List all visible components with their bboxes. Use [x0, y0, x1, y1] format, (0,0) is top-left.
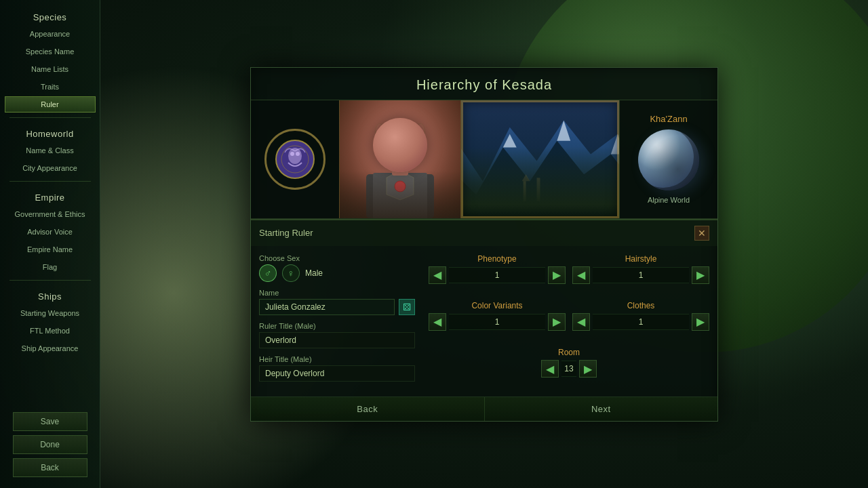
ruler-section: Starting Ruler ✕ Choose Sex ♂ ♀ Male: [251, 219, 717, 421]
hairstyle-next-button[interactable]: ▶: [692, 266, 709, 284]
svg-point-13: [391, 142, 398, 149]
svg-point-11: [388, 141, 401, 150]
sidebar-item-traits[interactable]: Traits: [5, 79, 96, 95]
name-field: Name ⚄: [259, 289, 415, 315]
clothes-label: Clothes: [627, 301, 655, 310]
ruler-left-panel: Choose Sex ♂ ♀ Male Name ⚄: [259, 254, 415, 388]
section-label-species: Species: [33, 12, 67, 22]
hairstyle-value: 1: [593, 267, 689, 283]
sidebar-item-government-ethics[interactable]: Government & Ethics: [5, 206, 96, 222]
sidebar-item-ship-appearance[interactable]: Ship Appearance: [5, 340, 96, 357]
empire-card: Hierarchy of Kesada: [250, 67, 718, 422]
empire-title: Hierarchy of Kesada: [416, 77, 552, 92]
card-footer: Back Next: [251, 396, 717, 421]
room-next-button[interactable]: ▶: [579, 360, 597, 378]
back-button[interactable]: Back: [13, 458, 87, 477]
sidebar-item-flag[interactable]: Flag: [5, 259, 96, 275]
randomize-name-button[interactable]: ⚄: [399, 299, 415, 315]
color-variants-controls: ◀ 1 ▶: [429, 313, 566, 331]
choose-sex-field: Choose Sex ♂ ♀ Male: [259, 254, 415, 282]
svg-point-7: [395, 181, 406, 192]
ruler-face: [340, 100, 460, 218]
sidebar-item-city-appearance[interactable]: City Appearance: [5, 160, 96, 176]
svg-rect-6: [373, 173, 427, 218]
svg-point-19: [397, 134, 403, 140]
sidebar-item-name-lists[interactable]: Name Lists: [5, 61, 96, 77]
color-variants-value: 1: [449, 314, 545, 330]
room-prev-button[interactable]: ◀: [541, 360, 559, 378]
back-footer-button[interactable]: Back: [251, 397, 485, 421]
svg-point-9: [380, 127, 420, 174]
planet-panel: Kha'Zann Alpine World: [619, 100, 717, 218]
sidebar-item-advisor-voice[interactable]: Advisor Voice: [5, 224, 96, 240]
next-footer-button[interactable]: Next: [485, 397, 718, 421]
svg-point-2: [288, 148, 302, 164]
ruler-name-input[interactable]: [259, 299, 395, 315]
phenotype-selector: Phenotype ◀ 1 ▶: [429, 254, 566, 294]
room-value: 13: [561, 361, 576, 377]
color-variants-prev-button[interactable]: ◀: [429, 313, 446, 331]
sidebar-item-name-class[interactable]: Name & Class: [5, 142, 96, 159]
done-button[interactable]: Done: [13, 435, 87, 454]
clothes-selector: Clothes ◀ 1 ▶: [572, 301, 709, 341]
sidebar-item-starting-weapons[interactable]: Starting Weapons: [5, 305, 96, 321]
ruler-portrait-svg: [346, 100, 454, 218]
section-label-ships: Ships: [38, 291, 62, 302]
sidebar-item-ftl-method[interactable]: FTL Method: [5, 323, 96, 339]
room-selector: Room ◀ 13 ▶: [541, 348, 596, 388]
planet-name: Kha'Zann: [650, 114, 687, 124]
ruler-title-field: Ruler Title (Male) Overlord: [259, 322, 415, 348]
section-label-empire: Empire: [35, 192, 64, 203]
selected-sex-label: Male: [305, 268, 323, 278]
phenotype-next-button[interactable]: ▶: [548, 266, 566, 284]
ruler-right-panel: Phenotype ◀ 1 ▶ Hairstyle ◀ 1 ▶: [429, 254, 709, 388]
clothes-next-button[interactable]: ▶: [692, 313, 709, 331]
sidebar-item-species-name[interactable]: Species Name: [5, 43, 96, 60]
phenotype-prev-button[interactable]: ◀: [429, 266, 446, 284]
emblem-svg: [275, 139, 315, 180]
hairstyle-controls: ◀ 1 ▶: [572, 266, 709, 284]
svg-point-12: [399, 141, 412, 150]
room-label: Room: [558, 348, 580, 357]
heir-title-field: Heir Title (Male) Deputy Overlord: [259, 355, 415, 382]
emblem-icon: [264, 129, 326, 190]
ruler-section-header: Starting Ruler ✕: [251, 220, 717, 246]
phenotype-controls: ◀ 1 ▶: [429, 266, 566, 284]
close-button[interactable]: ✕: [694, 226, 709, 241]
clothes-value: 1: [593, 314, 689, 330]
sidebar-item-appearance[interactable]: Appearance: [5, 26, 96, 42]
name-input-row: ⚄: [259, 299, 415, 315]
homeworld-frame: [461, 100, 619, 218]
phenotype-value: 1: [449, 267, 545, 283]
clothes-prev-button[interactable]: ◀: [572, 313, 590, 331]
divider-2: [9, 181, 91, 182]
hairstyle-prev-button[interactable]: ◀: [572, 266, 590, 284]
room-controls: ◀ 13 ▶: [541, 360, 596, 378]
svg-point-15: [393, 144, 395, 146]
ruler-title-value: Overlord: [259, 332, 415, 348]
sidebar: Species Appearance Species Name Name Lis…: [0, 0, 100, 488]
phenotype-label: Phenotype: [477, 254, 516, 264]
svg-point-17: [397, 151, 400, 154]
section-label-homeworld: Homeworld: [26, 129, 73, 139]
empire-emblem: [251, 100, 339, 218]
hairstyle-selector: Hairstyle ◀ 1 ▶: [572, 254, 709, 294]
heir-title-value: Deputy Overlord: [259, 365, 415, 382]
color-variants-selector: Color Variants ◀ 1 ▶: [429, 301, 566, 341]
sidebar-item-ruler[interactable]: Ruler: [5, 96, 96, 113]
save-button[interactable]: Save: [13, 412, 87, 431]
main-content: Hierarchy of Kesada: [100, 0, 868, 488]
divider-3: [9, 280, 91, 281]
card-header: Hierarchy of Kesada: [251, 68, 717, 100]
color-variants-next-button[interactable]: ▶: [548, 313, 566, 331]
svg-point-16: [403, 144, 406, 146]
female-sex-button[interactable]: ♀: [282, 264, 300, 282]
homeworld-landscape: [461, 100, 619, 218]
planet-sphere: [638, 129, 699, 190]
svg-rect-8: [392, 162, 408, 176]
sidebar-item-empire-name[interactable]: Empire Name: [5, 241, 96, 258]
sex-selector: ♂ ♀ Male: [259, 264, 415, 282]
svg-point-3: [290, 152, 294, 156]
male-sex-button[interactable]: ♂: [259, 264, 277, 282]
svg-point-14: [402, 142, 409, 149]
